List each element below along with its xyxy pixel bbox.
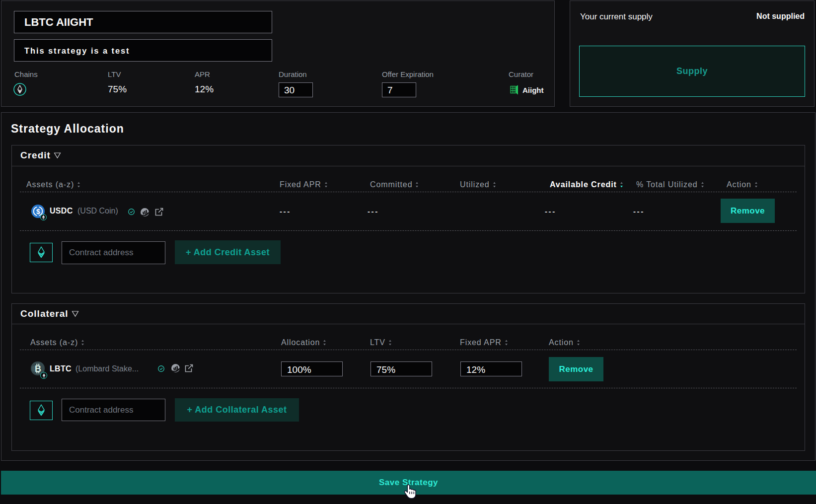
- svg-text:B: B: [35, 364, 41, 374]
- svg-text:$: $: [36, 208, 40, 216]
